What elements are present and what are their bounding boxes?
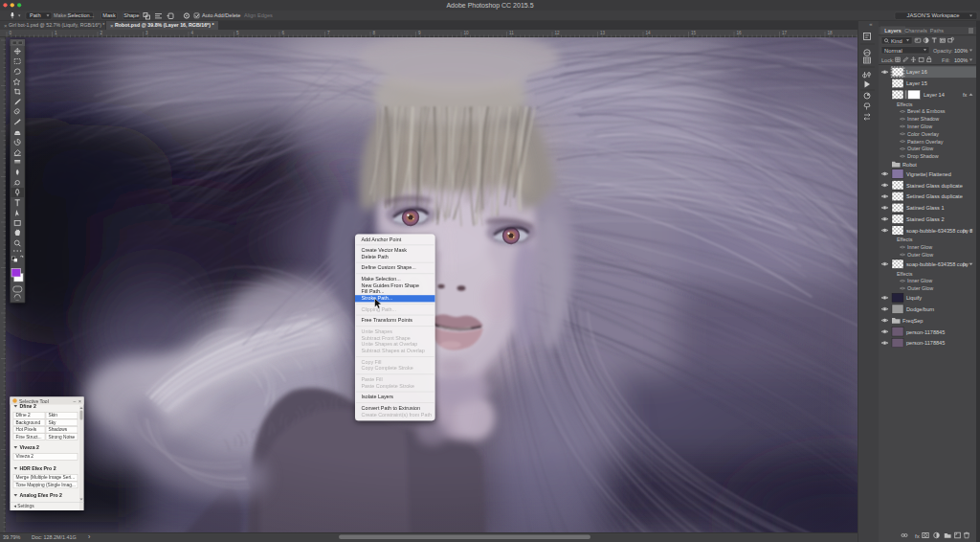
svg-text:Liquify: Liquify <box>906 295 922 301</box>
svg-text:×: × <box>110 23 114 29</box>
svg-text:Paste Complete Stroke: Paste Complete Stroke <box>362 383 414 389</box>
svg-text:Convert Path to Extrusion: Convert Path to Extrusion <box>362 405 420 411</box>
svg-text:FreqSep: FreqSep <box>902 318 923 324</box>
svg-text:Inner Glow: Inner Glow <box>907 244 932 250</box>
svg-text:Copy Fill: Copy Fill <box>362 359 382 365</box>
svg-text:person-1178845: person-1178845 <box>906 329 945 335</box>
svg-text:5: 5 <box>236 31 239 35</box>
svg-text:fx: fx <box>963 228 968 234</box>
svg-text:3: 3 <box>145 31 148 35</box>
svg-text:18: 18 <box>828 31 834 35</box>
svg-text:Adobe Photoshop CC 2015.5: Adobe Photoshop CC 2015.5 <box>446 2 533 10</box>
svg-text:Path: Path <box>30 12 41 18</box>
svg-text:Add Anchor Point: Add Anchor Point <box>362 237 402 242</box>
svg-text:Paths: Paths <box>930 28 945 34</box>
svg-text:Unite Shapes: Unite Shapes <box>362 328 393 334</box>
svg-text:–: – <box>74 398 77 404</box>
svg-text:Analog Efex Pro 2: Analog Efex Pro 2 <box>20 492 63 498</box>
svg-text:11: 11 <box>509 31 514 35</box>
svg-text:Mask: Mask <box>102 12 116 18</box>
svg-text:Inner Glow: Inner Glow <box>907 124 932 129</box>
svg-text:7: 7 <box>327 31 330 35</box>
svg-text:0: 0 <box>10 31 12 35</box>
svg-text:Inner Glow: Inner Glow <box>907 278 932 283</box>
svg-text:Isolate Layers: Isolate Layers <box>362 394 394 399</box>
svg-text:4: 4 <box>191 31 194 35</box>
svg-text:Dodge/burn: Dodge/burn <box>906 306 934 312</box>
svg-text:Viveza 2: Viveza 2 <box>16 454 34 459</box>
svg-text:Paste Fill: Paste Fill <box>362 376 383 382</box>
svg-text:Fine Struct...: Fine Struct... <box>16 435 42 440</box>
svg-text:Outer Glow: Outer Glow <box>907 146 933 151</box>
svg-text:8: 8 <box>373 31 376 35</box>
svg-text:Fill Path...: Fill Path... <box>362 288 385 294</box>
svg-text:6: 6 <box>282 31 285 35</box>
svg-text:Background: Background <box>16 420 41 425</box>
svg-text:16: 16 <box>737 31 743 35</box>
svg-text:Outer Glow: Outer Glow <box>907 252 933 258</box>
svg-text:fx: fx <box>963 261 968 267</box>
svg-text:13: 13 <box>600 31 606 35</box>
svg-text:Dfine 2: Dfine 2 <box>20 403 36 409</box>
svg-text:Delete Path: Delete Path <box>362 254 389 260</box>
svg-text:◂ Settings: ◂ Settings <box>14 504 35 508</box>
svg-text:15: 15 <box>691 31 697 35</box>
svg-text:Copy Complete Stroke: Copy Complete Stroke <box>362 365 413 371</box>
svg-text:Layer 16: Layer 16 <box>906 69 927 75</box>
svg-text:Layer 15: Layer 15 <box>906 80 927 86</box>
svg-text:14: 14 <box>646 31 652 35</box>
svg-text:fx: fx <box>963 92 968 98</box>
svg-text:1: 1 <box>55 31 57 35</box>
svg-text:Make:: Make: <box>54 12 68 18</box>
svg-text:Skin: Skin <box>49 413 58 418</box>
svg-text:Normal: Normal <box>884 48 902 54</box>
svg-text:Bevel & Emboss: Bevel & Emboss <box>907 108 946 114</box>
svg-text:Effects: Effects <box>897 102 913 107</box>
svg-text:12: 12 <box>555 31 561 35</box>
svg-text:Lock:: Lock: <box>881 57 895 63</box>
svg-text:Subtract Shapes at Overlap: Subtract Shapes at Overlap <box>362 348 425 353</box>
svg-text:Pattern Overlay: Pattern Overlay <box>907 139 944 145</box>
svg-text:100%: 100% <box>954 57 968 63</box>
svg-text:100%: 100% <box>954 48 968 54</box>
svg-text:Subtract Front Shape: Subtract Front Shape <box>362 335 411 341</box>
svg-text:Drop Shadow: Drop Shadow <box>907 153 939 159</box>
svg-text:Opacity:: Opacity: <box>933 48 953 54</box>
svg-text:Auto Add/Delete: Auto Add/Delete <box>202 12 240 18</box>
svg-text:17: 17 <box>782 31 788 35</box>
svg-text:Channels: Channels <box>904 28 927 34</box>
svg-text:Outer Glow: Outer Glow <box>907 285 933 291</box>
svg-text:Girl bot-1.psd @ 52.7% (Liquif: Girl bot-1.psd @ 52.7% (Liquify, RGB/16*… <box>9 22 104 28</box>
svg-text:soap-bubble-634358 copy: soap-bubble-634358 copy <box>906 261 969 267</box>
svg-text:Fill:: Fill: <box>942 57 950 63</box>
svg-text:10: 10 <box>464 31 470 35</box>
svg-text:person-1178845: person-1178845 <box>906 340 945 346</box>
svg-text:Create Constraint(s) from Path: Create Constraint(s) from Path <box>362 412 432 418</box>
svg-text:Hot Pixels: Hot Pixels <box>16 427 37 432</box>
svg-text:Layer 14: Layer 14 <box>924 92 945 98</box>
svg-text:2: 2 <box>100 31 103 35</box>
svg-text:Create Vector Mask: Create Vector Mask <box>362 247 408 253</box>
svg-text:Make Selection...: Make Selection... <box>362 276 401 282</box>
svg-text:Sky: Sky <box>49 420 57 425</box>
svg-text:Viveza 2: Viveza 2 <box>20 444 39 450</box>
svg-text:Free Transform Points: Free Transform Points <box>362 317 413 323</box>
svg-text:HDR Efex Pro 2: HDR Efex Pro 2 <box>20 465 56 471</box>
svg-text:×: × <box>4 23 8 29</box>
svg-text:Setined Glass duplicate: Setined Glass duplicate <box>906 193 963 199</box>
svg-text:Dfine 2: Dfine 2 <box>16 413 32 418</box>
svg-text:fx: fx <box>915 533 920 539</box>
svg-text:Tone Mapping (Single Imag...: Tone Mapping (Single Imag... <box>16 483 76 487</box>
svg-text:Strong Noise: Strong Noise <box>49 435 76 440</box>
svg-text:Doc: 128.2M/1.41G: Doc: 128.2M/1.41G <box>32 534 77 540</box>
svg-text:Effects: Effects <box>897 237 913 242</box>
svg-text:Satined Glass 1: Satined Glass 1 <box>906 205 945 211</box>
svg-text:Merge (Multiple Image Seri...: Merge (Multiple Image Seri... <box>16 475 76 480</box>
svg-text:Color Overlay: Color Overlay <box>907 131 939 137</box>
svg-text:Vignette| Flattened: Vignette| Flattened <box>906 171 951 177</box>
svg-text:Layers: Layers <box>884 28 902 34</box>
svg-text:Effects: Effects <box>897 271 913 277</box>
svg-text:Robot.psd @ 39.8% (Layer 16, R: Robot.psd @ 39.8% (Layer 16, RGB/16*) * <box>115 22 214 28</box>
svg-text:Stained Glass 2: Stained Glass 2 <box>906 216 945 222</box>
svg-text:Shadows: Shadows <box>49 427 68 432</box>
